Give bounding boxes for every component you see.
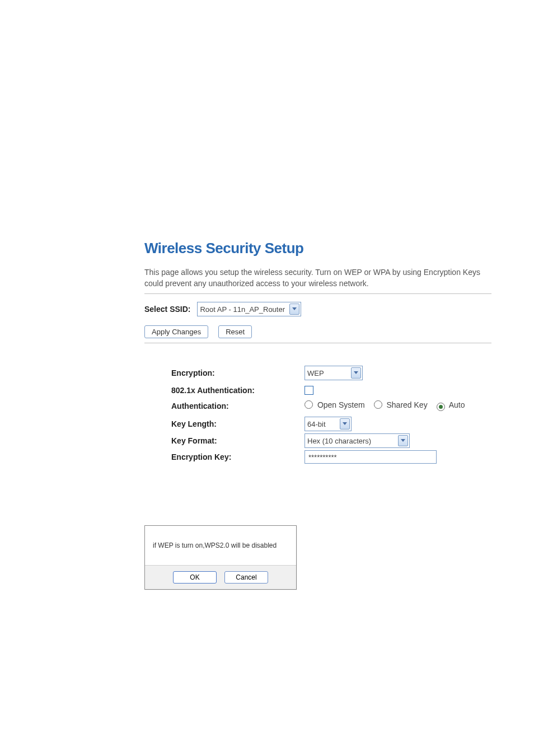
authentication-row: Authentication: Open System Shared Key A… [171, 400, 491, 411]
dialog-button-bar: OK Cancel [145, 565, 296, 589]
page-description: This page allows you setup the wireless … [144, 267, 491, 289]
dialog-message: if WEP is turn on,WPS2.0 will be disable… [145, 526, 296, 565]
ssid-select-value: Root AP - 11n_AP_Router [200, 305, 288, 314]
authentication-label: Authentication: [171, 402, 305, 410]
ssid-row: Select SSID: Root AP - 11n_AP_Router [144, 302, 491, 316]
dialog-ok-button[interactable]: OK [173, 571, 217, 584]
chevron-down-icon [340, 418, 350, 430]
confirm-dialog: if WEP is turn on,WPS2.0 will be disable… [144, 525, 297, 590]
encryption-select-value: WEP [307, 369, 350, 377]
chevron-down-icon [351, 367, 361, 379]
button-row: Apply Changes Reset [144, 325, 491, 338]
auth-radio-group: Open System Shared Key Auto [305, 400, 465, 411]
apply-changes-button[interactable]: Apply Changes [144, 325, 208, 338]
security-form: Encryption: WEP 802.1x Authentication: A… [171, 366, 491, 464]
encryption-key-input[interactable] [305, 450, 437, 464]
key-length-label: Key Length: [171, 419, 305, 428]
key-length-row: Key Length: 64-bit [171, 417, 491, 431]
divider [144, 343, 491, 343]
chevron-down-icon [289, 304, 299, 315]
key-length-select-value: 64-bit [307, 420, 339, 428]
reset-button[interactable]: Reset [218, 325, 252, 338]
auth-radio-auto-label: Auto [449, 400, 465, 409]
auth8021x-checkbox[interactable] [305, 386, 313, 395]
auth-radio-open-label: Open System [317, 400, 365, 409]
dialog-cancel-button[interactable]: Cancel [224, 571, 268, 584]
ssid-select[interactable]: Root AP - 11n_AP_Router [197, 302, 301, 316]
auth8021x-label: 802.1x Authentication: [171, 386, 305, 395]
key-format-row: Key Format: Hex (10 characters) [171, 433, 491, 448]
auth-radio-shared[interactable] [374, 400, 382, 409]
divider [144, 293, 491, 294]
auth8021x-row: 802.1x Authentication: [171, 386, 491, 395]
ssid-label: Select SSID: [144, 305, 190, 314]
key-length-select[interactable]: 64-bit [305, 417, 352, 431]
auth-radio-auto[interactable] [437, 403, 445, 411]
auth-radio-open[interactable] [305, 400, 313, 409]
auth-radio-shared-label: Shared Key [387, 400, 428, 409]
wireless-security-page: Wireless Security Setup This page allows… [0, 0, 491, 464]
key-format-select[interactable]: Hex (10 characters) [305, 433, 410, 448]
encryption-key-row: Encryption Key: [171, 450, 491, 464]
encryption-label: Encryption: [171, 368, 305, 377]
encryption-key-label: Encryption Key: [171, 452, 305, 461]
chevron-down-icon [398, 435, 408, 446]
encryption-select[interactable]: WEP [305, 366, 363, 380]
encryption-row: Encryption: WEP [171, 366, 491, 380]
key-format-label: Key Format: [171, 436, 305, 445]
page-title: Wireless Security Setup [144, 240, 491, 257]
key-format-select-value: Hex (10 characters) [307, 437, 397, 445]
